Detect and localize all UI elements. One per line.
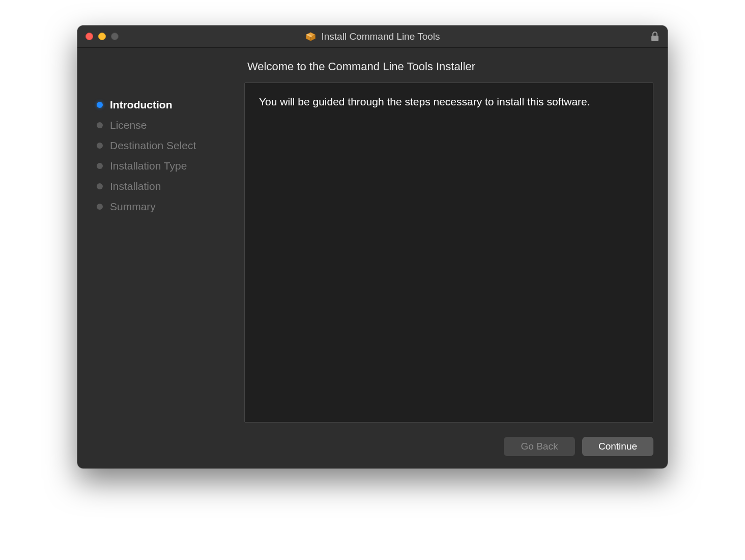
lock-icon[interactable] (650, 31, 660, 42)
window-body: Introduction License Destination Select … (77, 48, 668, 468)
step-bullet-icon (97, 102, 103, 108)
content-body-text: You will be guided through the steps nec… (259, 94, 639, 109)
step-label: Installation (110, 180, 161, 192)
step-summary: Summary (97, 197, 244, 217)
minimize-button[interactable] (98, 33, 106, 40)
window-title: Install Command Line Tools (305, 31, 440, 42)
footer: Go Back Continue (92, 433, 653, 456)
maximize-button (111, 33, 119, 40)
continue-button[interactable]: Continue (582, 437, 653, 456)
package-icon (305, 31, 316, 42)
step-installation-type: Installation Type (97, 156, 244, 176)
step-bullet-icon (97, 163, 103, 169)
step-label: License (110, 119, 147, 131)
step-bullet-icon (97, 183, 103, 189)
step-installation: Installation (97, 176, 244, 197)
step-bullet-icon (97, 204, 103, 210)
step-bullet-icon (97, 122, 103, 128)
content-heading: Welcome to the Command Line Tools Instal… (244, 59, 653, 82)
window-controls (85, 33, 119, 40)
main-row: Introduction License Destination Select … (92, 59, 653, 423)
step-label: Installation Type (110, 160, 187, 172)
step-label: Destination Select (110, 139, 196, 152)
step-introduction: Introduction (97, 95, 244, 115)
close-button[interactable] (85, 33, 93, 40)
step-destination-select: Destination Select (97, 135, 244, 156)
step-bullet-icon (97, 143, 103, 149)
step-license: License (97, 115, 244, 135)
steps-sidebar: Introduction License Destination Select … (92, 59, 244, 423)
content-box: You will be guided through the steps nec… (244, 82, 653, 423)
content-area: Welcome to the Command Line Tools Instal… (244, 59, 653, 423)
step-label: Introduction (110, 99, 172, 111)
step-label: Summary (110, 201, 156, 213)
go-back-button: Go Back (504, 437, 575, 456)
window-title-text: Install Command Line Tools (321, 31, 440, 42)
svg-rect-0 (651, 36, 658, 41)
titlebar: Install Command Line Tools (77, 25, 668, 48)
installer-window: Install Command Line Tools Introduction … (77, 25, 668, 468)
